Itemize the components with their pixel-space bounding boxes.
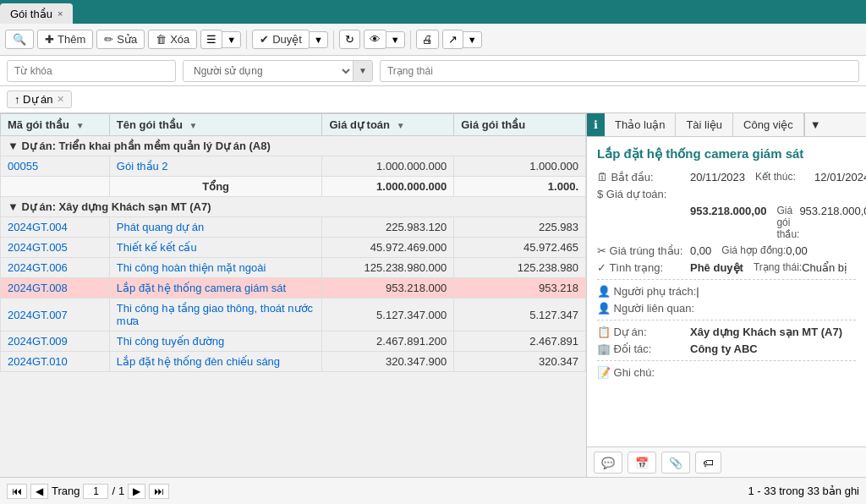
calendar-button[interactable]: 📅 bbox=[628, 452, 656, 474]
code-link[interactable]: 2024GT.005 bbox=[8, 241, 68, 254]
tab-more-button[interactable]: ▼ bbox=[804, 113, 826, 136]
col-header-price[interactable]: Giá gói thầu bbox=[454, 114, 586, 136]
name-link[interactable]: Thi công tuyến đường bbox=[117, 335, 224, 348]
total-pages: 1 bbox=[118, 485, 124, 497]
gia-trung-thau-value: 0,00 bbox=[690, 244, 711, 257]
name-link[interactable]: Thi công hoàn thiện mặt ngoài bbox=[117, 261, 266, 274]
filter-icon-code: ▼ bbox=[76, 121, 85, 130]
refresh-button[interactable]: ↻ bbox=[339, 30, 360, 49]
ghi-chu-row: 📝 Ghi chú: bbox=[597, 366, 856, 379]
cell-code: 2024GT.010 bbox=[1, 352, 110, 372]
name-link[interactable]: Thiết kế kết cấu bbox=[117, 241, 197, 254]
duyet-arrow-button[interactable]: ▼ bbox=[309, 31, 328, 48]
du-an-value[interactable]: Xây dựng Khách sạn MT (A7) bbox=[690, 326, 842, 338]
code-link[interactable]: 2024GT.010 bbox=[8, 355, 68, 368]
ghi-chu-label: 📝 Ghi chú: bbox=[597, 366, 690, 379]
cell-code: 2024GT.005 bbox=[1, 238, 110, 258]
table-row[interactable]: 2024GT.004 Phát quang dự án 225.983.120 … bbox=[1, 217, 586, 238]
prev-page-button[interactable]: ◀ bbox=[30, 484, 48, 499]
code-link[interactable]: 2024GT.007 bbox=[8, 309, 68, 321]
tab-thao-luan[interactable]: Thảo luận bbox=[605, 113, 676, 136]
xoa-button[interactable]: 🗑 Xóa bbox=[148, 30, 197, 49]
last-page-button[interactable]: ⏭ bbox=[149, 484, 169, 499]
eye-button[interactable]: 👁 bbox=[364, 30, 386, 49]
name-link[interactable]: Thi công hạ tầng giao thông, thoát nước … bbox=[117, 302, 313, 327]
attach-button[interactable]: 📎 bbox=[661, 452, 690, 474]
tinh-trang-row: ✓ Tình trạng: Phê duyệt Trạng thái: Chuẩ… bbox=[597, 261, 856, 274]
cell-price: 5.127.347 bbox=[454, 299, 586, 331]
table-scroll[interactable]: Mã gói thầu ▼ Tên gói thầu ▼ Giá dự toán… bbox=[0, 113, 586, 477]
project-filter[interactable]: ↑ Dự án ✕ bbox=[7, 90, 72, 108]
table-row[interactable]: 2024GT.007 Thi công hạ tầng giao thông, … bbox=[1, 299, 586, 331]
gia-du-toan-value-row: 953.218.000,00 Giá gói thầu: 953.218.000… bbox=[597, 205, 856, 240]
separator bbox=[246, 30, 247, 49]
tab-goi-thau[interactable]: Gói thầu × bbox=[0, 3, 73, 24]
tab-tai-lieu[interactable]: Tài liệu bbox=[676, 113, 733, 136]
divider2 bbox=[597, 320, 856, 320]
panel-title: Lắp đặt hệ thống camera giám sát bbox=[597, 145, 856, 162]
page-input[interactable] bbox=[83, 484, 108, 499]
menu-button[interactable]: ☰ bbox=[200, 30, 222, 49]
gia-hop-dong-label: Giá hợp đồng: bbox=[721, 244, 786, 256]
ket-thuc-label: Kết thúc: bbox=[755, 171, 814, 183]
code-link[interactable]: 2024GT.009 bbox=[8, 335, 68, 348]
user-select[interactable]: Người sử dụng bbox=[184, 61, 353, 81]
tag-button[interactable]: 🏷 bbox=[695, 452, 721, 474]
share-arrow-button[interactable]: ▼ bbox=[463, 31, 482, 48]
menu-arrow-button[interactable]: ▼ bbox=[222, 31, 241, 48]
doi-tac-value: Công ty ABC bbox=[690, 342, 758, 355]
first-page-button[interactable]: ⏮ bbox=[7, 484, 27, 499]
eye-arrow-button[interactable]: ▼ bbox=[386, 31, 405, 48]
group-row: ▼ Dự án: Triển khai phần mềm quản lý Dự … bbox=[1, 136, 586, 156]
col-header-code[interactable]: Mã gói thầu ▼ bbox=[1, 114, 110, 136]
toolbar: 🔍 ✚ Thêm ✏ Sửa 🗑 Xóa ☰ ▼ ✔ Duyệt ▼ ↻ 👁 ▼… bbox=[0, 24, 866, 56]
table-row[interactable]: 2024GT.008 Lắp đặt hệ thống camera giám … bbox=[1, 278, 586, 299]
xoa-label: Xóa bbox=[170, 33, 189, 46]
code-link[interactable]: 2024GT.004 bbox=[8, 221, 68, 233]
print-button[interactable]: 🖨 bbox=[416, 30, 439, 49]
share-button[interactable]: ↗ bbox=[442, 30, 463, 49]
code-link[interactable]: 2024GT.008 bbox=[8, 282, 68, 294]
name-link[interactable]: Lắp đặt hệ thống đèn chiếu sáng bbox=[117, 355, 280, 368]
code-link[interactable]: 2024GT.006 bbox=[8, 261, 68, 274]
keyword-input[interactable] bbox=[7, 60, 176, 82]
table-row[interactable]: 2024GT.006 Thi công hoàn thiện mặt ngoài… bbox=[1, 258, 586, 278]
code-link[interactable]: 00055 bbox=[8, 160, 38, 173]
next-page-button[interactable]: ▶ bbox=[128, 484, 145, 499]
table-row[interactable]: 2024GT.009 Thi công tuyến đường 2.467.89… bbox=[1, 331, 586, 352]
name-link[interactable]: Lắp đặt hệ thống camera giám sát bbox=[117, 282, 286, 294]
search-icon-button[interactable]: 🔍 bbox=[5, 30, 34, 49]
check-icon: ✔ bbox=[260, 33, 269, 46]
chat-button[interactable]: 💬 bbox=[594, 452, 622, 474]
table-row[interactable]: 2024GT.005 Thiết kế kết cấu 45.972.469.0… bbox=[1, 238, 586, 258]
cell-name: Gói thầu 2 bbox=[109, 156, 322, 177]
them-button[interactable]: ✚ Thêm bbox=[37, 30, 93, 49]
gia-du-toan-value: 953.218.000,00 bbox=[690, 205, 766, 217]
cell-name: Thi công tuyến đường bbox=[109, 331, 322, 352]
total-estimate: 1.000.000.000 bbox=[322, 177, 454, 197]
total-price: 1.000. bbox=[454, 177, 586, 197]
gia-trung-thau-row: ✂ Giá trúng thầu: 0,00 Giá hợp đồng: 0,0… bbox=[597, 244, 856, 257]
calendar-icon: 📅 bbox=[635, 457, 649, 469]
tab-info[interactable]: ℹ bbox=[587, 113, 605, 136]
col-header-name[interactable]: Tên gói thầu ▼ bbox=[109, 114, 322, 136]
gia-du-toan-label: $ Giá dự toán: bbox=[597, 188, 690, 200]
status-input[interactable] bbox=[380, 60, 859, 82]
tab-close-button[interactable]: × bbox=[58, 8, 63, 19]
print-icon: 🖨 bbox=[422, 33, 433, 46]
table-row[interactable]: 2024GT.010 Lắp đặt hệ thống đèn chiếu sá… bbox=[1, 352, 586, 372]
share-icon: ↗ bbox=[448, 33, 458, 46]
table-row[interactable]: 00055 Gói thầu 2 1.000.000.000 1.000.000 bbox=[1, 156, 586, 177]
cell-estimate: 125.238.980.000 bbox=[322, 258, 454, 278]
duyet-button[interactable]: ✔ Duyệt bbox=[252, 30, 310, 49]
group-title: ▼ Dự án: Xây dựng Khách sạn MT (A7) bbox=[1, 197, 586, 217]
tab-cong-viec[interactable]: Công việc bbox=[733, 113, 804, 136]
name-link[interactable]: Gói thầu 2 bbox=[117, 160, 168, 173]
name-link[interactable]: Phát quang dự án bbox=[117, 221, 204, 233]
col-header-estimate[interactable]: Giá dự toán ▼ bbox=[322, 114, 454, 136]
filter-remove-button[interactable]: ✕ bbox=[57, 94, 64, 105]
total-label: Tổng bbox=[109, 177, 322, 197]
sua-button[interactable]: ✏ Sửa bbox=[96, 30, 145, 49]
eye-icon: 👁 bbox=[370, 33, 381, 46]
divider3 bbox=[597, 360, 856, 361]
